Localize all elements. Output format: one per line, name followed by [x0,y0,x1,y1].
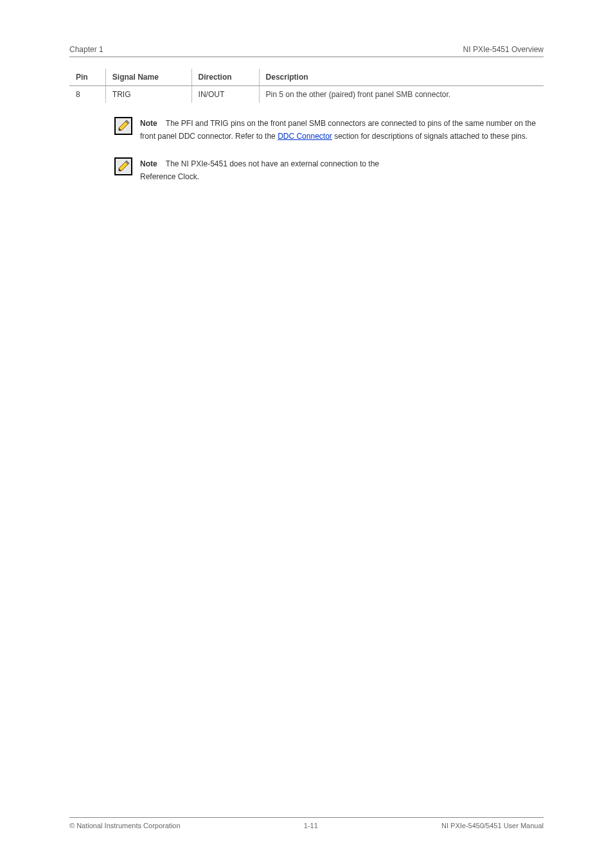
signal-table: Pin Signal Name Direction Description 8 … [69,69,544,103]
col-pin: Pin [69,69,105,86]
note-icon [114,157,132,184]
page-footer: © National Instruments Corporation 1-11 … [69,817,544,829]
ddc-connector-link[interactable]: DDC Connector [278,132,332,141]
note-icon [114,117,132,143]
table-header-row: Pin Signal Name Direction Description [69,69,544,86]
cell-pin: 8 [69,86,105,103]
footer-doc: NI PXIe-5450/5451 User Manual [441,822,544,829]
col-direction: Direction [191,69,259,86]
cell-signal: TRIG [105,86,191,103]
table-row: 8 TRIG IN/OUT Pin 5 on the other (paired… [69,86,544,103]
header-title: NI PXIe-5451 Overview [463,45,544,54]
note2-line2: Reference Clock. [140,172,199,181]
note-text-2: Note The NI PXIe-5451 does not have an e… [140,157,379,184]
note-block-1: Note The PFI and TRIG pins on the front … [114,117,544,143]
cell-description: Pin 5 on the other (paired) front panel … [259,86,544,103]
note-suffix: section for descriptions of signals atta… [334,132,528,141]
note2-line1: The NI PXIe-5451 does not have an extern… [166,159,379,168]
col-description: Description [259,69,544,86]
col-signal-name: Signal Name [105,69,191,86]
footer-page: 1-11 [304,822,318,829]
note-text-1: Note The PFI and TRIG pins on the front … [140,117,544,143]
note-label: Note [140,159,157,168]
note-label: Note [140,119,157,128]
footer-copyright: © National Instruments Corporation [69,822,181,829]
header-chapter: Chapter 1 [69,45,103,54]
cell-direction: IN/OUT [191,86,259,103]
page-header: Chapter 1 NI PXIe-5451 Overview [69,45,544,57]
note-block-2: Note The NI PXIe-5451 does not have an e… [114,157,544,184]
